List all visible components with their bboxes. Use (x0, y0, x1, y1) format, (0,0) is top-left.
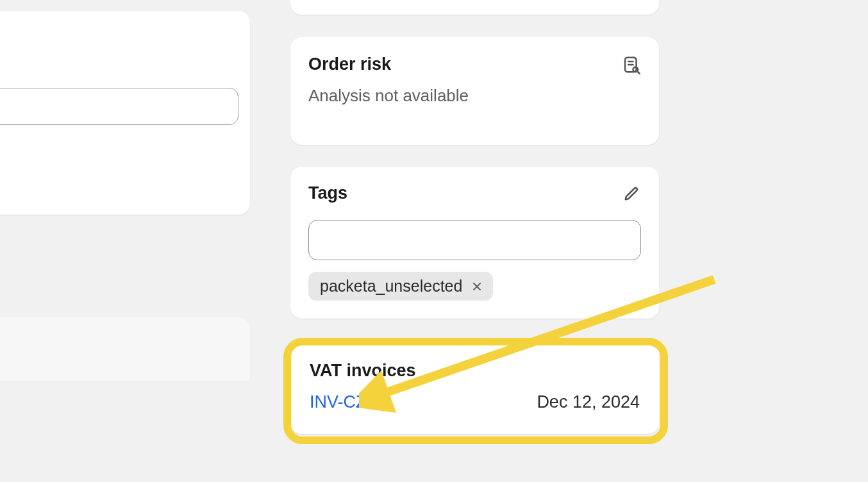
fraud-analysis-icon[interactable] (622, 55, 641, 74)
vat-invoices-title: VAT invoices (310, 361, 640, 381)
tags-card: Tags packeta_unselected (290, 167, 659, 319)
invoice-link[interactable]: INV-CZ-1 (310, 392, 382, 412)
left-sidebar-input[interactable] (0, 88, 238, 125)
tag-chip-label: packeta_unselected (320, 277, 462, 295)
left-sidebar-card-top (0, 11, 250, 215)
tags-title: Tags (308, 183, 347, 203)
pencil-icon[interactable] (622, 184, 641, 203)
close-icon[interactable] (470, 279, 484, 294)
vat-invoices-card: VAT invoices INV-CZ-1 Dec 12, 2024 (290, 342, 659, 434)
card-above-order-risk (290, 0, 659, 15)
order-risk-title: Order risk (308, 54, 391, 74)
left-sidebar-card-bottom (0, 317, 250, 381)
order-risk-status: Analysis not available (308, 86, 641, 106)
tags-input[interactable] (308, 220, 641, 260)
tags-header: Tags (308, 183, 641, 203)
invoice-row: INV-CZ-1 Dec 12, 2024 (310, 392, 640, 412)
invoice-date: Dec 12, 2024 (537, 392, 640, 412)
order-risk-header: Order risk (308, 54, 641, 74)
tag-chip: packeta_unselected (308, 272, 493, 301)
order-risk-card: Order risk Analysis not available (290, 37, 659, 145)
svg-line-4 (637, 71, 640, 74)
